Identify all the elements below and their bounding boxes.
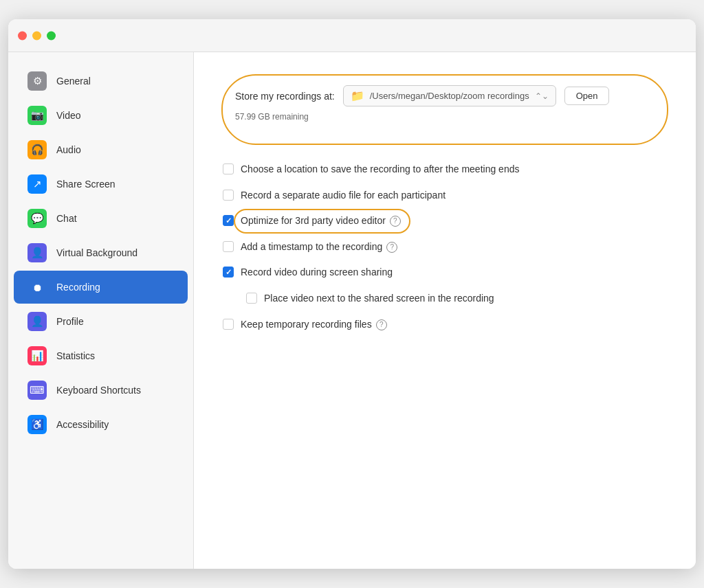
option-label-separate-audio: Record a separate audio file for each pa… bbox=[241, 189, 446, 203]
option-row-record-video-sharing: Record video during screen sharing bbox=[221, 266, 668, 280]
virtual-background-icon: 👤 bbox=[28, 243, 47, 262]
store-label: Store my recordings at: bbox=[235, 91, 335, 102]
close-button[interactable] bbox=[18, 31, 27, 40]
store-row: Store my recordings at:📁/Users/megan/Des… bbox=[235, 85, 654, 106]
sidebar-item-accessibility[interactable]: ♿Accessibility bbox=[14, 408, 188, 441]
help-icon-optimize-3rd-party[interactable]: ? bbox=[390, 216, 401, 227]
checkbox-place-video-next[interactable] bbox=[246, 293, 257, 304]
open-button[interactable]: Open bbox=[564, 87, 610, 105]
sidebar-item-keyboard-shortcuts[interactable]: ⌨Keyboard Shortcuts bbox=[14, 374, 188, 407]
sidebar-label-profile: Profile bbox=[56, 316, 84, 327]
help-icon-add-timestamp[interactable]: ? bbox=[386, 242, 397, 253]
option-row-separate-audio: Record a separate audio file for each pa… bbox=[221, 189, 668, 203]
chat-icon: 💬 bbox=[28, 209, 47, 228]
keyboard-shortcuts-icon: ⌨ bbox=[28, 381, 47, 400]
sidebar-item-video[interactable]: 📷Video bbox=[14, 99, 188, 132]
maximize-button[interactable] bbox=[47, 31, 56, 40]
option-label-optimize-3rd-party: Optimize for 3rd party video editor? bbox=[241, 215, 401, 226]
option-row-keep-temp-files: Keep temporary recording files? bbox=[221, 318, 668, 332]
option-row-choose-location: Choose a location to save the recording … bbox=[221, 163, 668, 177]
sidebar-label-audio: Audio bbox=[56, 144, 81, 155]
recording-icon: ⏺ bbox=[28, 278, 47, 297]
option-label-add-timestamp: Add a timestamp to the recording? bbox=[241, 240, 397, 254]
checkbox-add-timestamp[interactable] bbox=[223, 241, 234, 252]
help-icon-keep-temp-files[interactable]: ? bbox=[376, 319, 387, 330]
checkbox-optimize-3rd-party[interactable] bbox=[223, 215, 234, 226]
checkbox-record-video-sharing[interactable] bbox=[223, 267, 234, 278]
option-label-choose-location: Choose a location to save the recording … bbox=[241, 163, 519, 177]
sidebar-item-chat[interactable]: 💬Chat bbox=[14, 202, 188, 235]
sidebar-label-video: Video bbox=[56, 110, 81, 121]
store-recordings-section: Store my recordings at:📁/Users/megan/Des… bbox=[221, 74, 668, 145]
main-content: Store my recordings at:📁/Users/megan/Des… bbox=[194, 52, 696, 569]
folder-icon: 📁 bbox=[351, 89, 364, 102]
content-area: ⚙General📷Video🎧Audio↗Share Screen💬Chat👤V… bbox=[8, 52, 696, 569]
checkbox-keep-temp-files[interactable] bbox=[223, 319, 234, 330]
minimize-button[interactable] bbox=[32, 31, 41, 40]
profile-icon: 👤 bbox=[28, 312, 47, 331]
sidebar-item-share-screen[interactable]: ↗Share Screen bbox=[14, 168, 188, 201]
sidebar-label-virtual-background: Virtual Background bbox=[56, 247, 138, 258]
share-screen-icon: ↗ bbox=[28, 174, 47, 194]
statistics-icon: 📊 bbox=[28, 346, 47, 365]
traffic-lights bbox=[18, 31, 56, 40]
checkbox-choose-location[interactable] bbox=[223, 163, 234, 174]
sidebar-label-share-screen: Share Screen bbox=[56, 179, 116, 190]
option-row-place-video-next: Place video next to the shared screen in… bbox=[221, 292, 668, 306]
sidebar-item-general[interactable]: ⚙General bbox=[14, 65, 188, 98]
sidebar-item-virtual-background[interactable]: 👤Virtual Background bbox=[14, 236, 188, 269]
option-label-place-video-next: Place video next to the shared screen in… bbox=[264, 292, 494, 306]
sidebar-label-chat: Chat bbox=[56, 213, 77, 224]
storage-info: 57.99 GB remaining bbox=[235, 112, 654, 122]
sidebar-item-recording[interactable]: ⏺Recording bbox=[14, 271, 188, 304]
path-selector[interactable]: 📁/Users/megan/Desktop/zoom recordings⌃⌄ bbox=[343, 85, 556, 106]
accessibility-icon: ♿ bbox=[28, 415, 47, 434]
sidebar-label-statistics: Statistics bbox=[56, 350, 95, 361]
sidebar-label-recording: Recording bbox=[56, 282, 100, 293]
sidebar: ⚙General📷Video🎧Audio↗Share Screen💬Chat👤V… bbox=[8, 52, 194, 569]
checkbox-separate-audio[interactable] bbox=[223, 190, 234, 201]
titlebar bbox=[8, 19, 696, 52]
option-row-optimize-3rd-party: Optimize for 3rd party video editor? bbox=[221, 214, 668, 228]
video-icon: 📷 bbox=[28, 106, 47, 125]
option-label-record-video-sharing: Record video during screen sharing bbox=[241, 266, 393, 280]
sidebar-label-accessibility: Accessibility bbox=[56, 419, 109, 430]
path-text: /Users/megan/Desktop/zoom recordings bbox=[370, 91, 529, 101]
option-label-keep-temp-files: Keep temporary recording files? bbox=[241, 318, 387, 332]
chevron-icon: ⌃⌄ bbox=[535, 91, 549, 101]
sidebar-item-statistics[interactable]: 📊Statistics bbox=[14, 339, 188, 372]
settings-window: ⚙General📷Video🎧Audio↗Share Screen💬Chat👤V… bbox=[8, 19, 696, 569]
option-row-add-timestamp: Add a timestamp to the recording? bbox=[221, 240, 668, 254]
sidebar-item-profile[interactable]: 👤Profile bbox=[14, 305, 188, 338]
sidebar-label-keyboard-shortcuts: Keyboard Shortcuts bbox=[56, 385, 141, 396]
sidebar-item-audio[interactable]: 🎧Audio bbox=[14, 133, 188, 166]
general-icon: ⚙ bbox=[28, 71, 47, 91]
sidebar-label-general: General bbox=[56, 76, 91, 87]
audio-icon: 🎧 bbox=[28, 140, 47, 159]
